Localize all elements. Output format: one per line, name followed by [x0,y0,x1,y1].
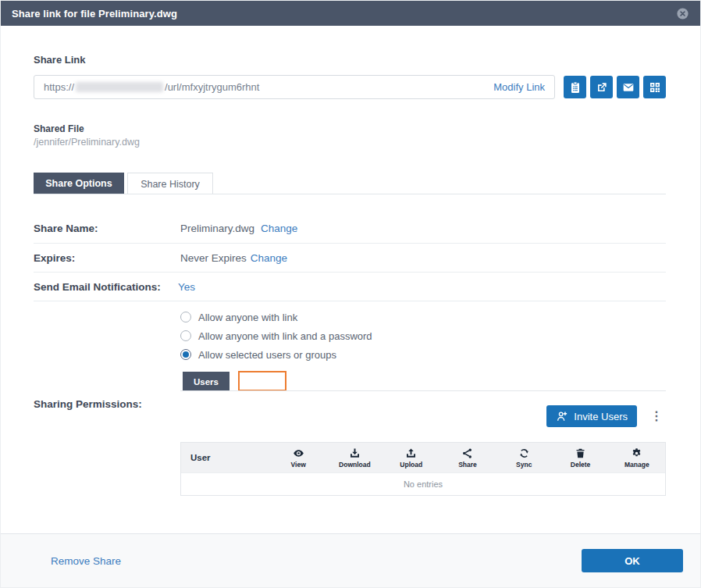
ok-button[interactable]: OK [582,549,683,572]
tab-share-options[interactable]: Share Options [34,173,124,194]
expires-row: Expires: Never Expires Change [34,244,666,273]
eye-icon [293,447,304,459]
share-link-dialog: Share link for file Preliminary.dwg Shar… [0,0,701,588]
shared-file-label: Shared File [34,123,84,134]
tab-share-history[interactable]: Share History [127,173,213,194]
column-manage: Manage [609,443,665,472]
share-name-change-link[interactable]: Change [261,223,297,234]
permissions-table: User View Download Upload [180,442,666,496]
trash-icon [575,447,586,459]
column-delete: Delete [552,443,608,472]
radio-label: Allow selected users or groups [198,349,336,361]
share-link-input[interactable]: https:// /url/mfxyjtrygum6rhnt Modify Li… [34,75,555,99]
radio-anyone-with-link[interactable]: Allow anyone with link [180,308,372,326]
user-plus-icon [556,410,568,422]
permissions-table-header: User View Download Upload [181,443,665,472]
close-button[interactable] [675,6,689,20]
column-view: View [270,443,326,472]
link-action-buttons [564,76,666,98]
remove-share-link[interactable]: Remove Share [51,555,121,567]
redacted-domain [76,82,163,92]
qr-code-button[interactable] [643,76,666,98]
expires-value: Never Expires [180,252,247,264]
email-link-button[interactable] [617,76,639,98]
invite-row: Invite Users ⋮ [180,405,666,427]
column-sync: Sync [496,443,552,472]
radio-selected-users-groups[interactable]: Allow selected users or groups [180,345,372,364]
gear-icon [631,447,642,459]
access-options: Allow anyone with link Allow anyone with… [180,308,372,364]
dialog-header: Share link for file Preliminary.dwg [1,1,700,26]
selector-tabs-divider [180,390,666,391]
open-link-button[interactable] [590,76,613,98]
email-notifications-label: Send Email Notifications: [34,281,180,293]
tab-users[interactable]: Users [183,372,230,391]
no-entries-row: No entries [181,472,665,495]
user-group-tabs: Users [183,371,286,391]
column-download: Download [326,443,383,472]
qr-code-icon [649,81,661,94]
column-user: User [181,443,270,472]
main-tabs: Share Options Share History [34,173,213,194]
column-label: Sync [516,461,532,469]
share-link-label: Share Link [34,54,85,66]
column-upload: Upload [383,443,439,472]
download-icon [349,447,361,459]
radio-label: Allow anyone with link and a password [198,330,372,342]
copy-link-button[interactable] [564,76,586,98]
radio-label: Allow anyone with link [198,312,297,323]
share-name-label: Share Name: [34,223,180,234]
envelope-icon [622,81,635,94]
dialog-title: Share link for file Preliminary.dwg [12,8,177,20]
column-label: Share [458,461,477,469]
expires-change-link[interactable]: Change [251,252,287,264]
column-label: Delete [571,461,591,469]
email-notifications-value[interactable]: Yes [178,281,195,293]
more-options-button[interactable]: ⋮ [647,408,666,424]
share-icon [461,447,473,459]
column-label: Download [339,461,371,469]
share-details: Share Name: Preliminary.dwg Change Expir… [34,194,666,301]
column-label: View [291,461,306,469]
radio-icon [180,330,191,341]
kebab-vertical-icon: ⋮ [650,409,663,422]
sharing-permissions-label: Sharing Permissions: [34,398,142,410]
share-name-value: Preliminary.dwg [180,223,254,234]
invite-users-button[interactable]: Invite Users [546,405,637,427]
expires-label: Expires: [34,252,180,264]
invite-users-label: Invite Users [574,411,628,422]
dialog-footer: Remove Share OK [1,533,700,587]
modify-link[interactable]: Modify Link [493,81,545,93]
radio-icon [180,312,191,323]
share-url-prefix: https:// [44,81,74,93]
clipboard-icon [569,81,582,94]
circle-x-icon [676,7,689,20]
email-notifications-row: Send Email Notifications: Yes [34,273,666,301]
shared-file-path: /jennifer/Preliminary.dwg [34,137,140,148]
external-link-icon [596,81,608,94]
sync-icon [518,447,530,459]
highlighted-empty-tab[interactable] [238,371,286,391]
column-label: Manage [624,461,649,469]
column-share: Share [439,443,496,472]
column-label: Upload [400,461,422,469]
share-name-row: Share Name: Preliminary.dwg Change [34,194,666,244]
share-url-text: https:// /url/mfxyjtrygum6rhnt [44,81,259,93]
share-url-suffix: /url/mfxyjtrygum6rhnt [165,81,259,93]
upload-icon [405,447,417,459]
radio-anyone-with-link-password[interactable]: Allow anyone with link and a password [180,326,372,345]
radio-selected-icon [180,349,191,360]
